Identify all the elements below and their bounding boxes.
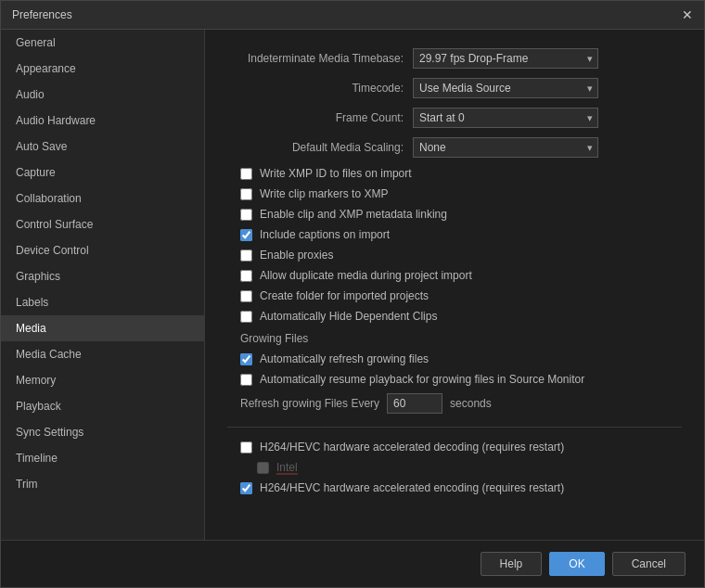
sidebar-item-appearance[interactable]: Appearance (1, 56, 204, 82)
dependent-row: Automatically Hide Dependent Clips (227, 310, 682, 323)
captions-row: Include captions on import (227, 228, 682, 241)
h264-encode-checkbox[interactable] (240, 482, 252, 494)
refresh-row: Refresh growing Files Every seconds (240, 393, 682, 414)
intel-label: Intel (276, 461, 298, 474)
sidebar-item-sync-settings[interactable]: Sync Settings (1, 419, 204, 445)
sidebar: GeneralAppearanceAudioAudio HardwareAuto… (1, 30, 205, 540)
metadata-checkbox[interactable] (240, 209, 252, 221)
intel-label-wrapper: Intel (276, 461, 298, 474)
timecode-select-wrapper: Use Media Source (413, 78, 598, 98)
markers-checkbox[interactable] (240, 188, 252, 200)
duplicate-row: Allow duplicate media during project imp… (227, 269, 682, 282)
duplicate-label: Allow duplicate media during project imp… (260, 269, 472, 282)
auto-resume-checkbox[interactable] (240, 374, 252, 386)
cancel-button[interactable]: Cancel (612, 552, 686, 576)
footer: Help OK Cancel (1, 540, 704, 587)
sidebar-item-audio[interactable]: Audio (1, 82, 204, 108)
frame-count-select-wrapper: Start at 0 (413, 108, 598, 128)
folder-checkbox[interactable] (240, 290, 252, 302)
auto-resume-row: Automatically resume playback for growin… (240, 373, 682, 386)
sidebar-item-graphics[interactable]: Graphics (1, 263, 204, 289)
metadata-row: Enable clip and XMP metadata linking (227, 208, 682, 221)
help-button[interactable]: Help (481, 552, 543, 576)
refresh-label: Refresh growing Files Every (240, 397, 379, 410)
intel-checkbox (257, 462, 269, 474)
ok-button[interactable]: OK (549, 552, 604, 576)
sidebar-item-labels[interactable]: Labels (1, 289, 204, 315)
auto-resume-label: Automatically resume playback for growin… (260, 373, 584, 386)
sidebar-item-media-cache[interactable]: Media Cache (1, 341, 204, 367)
seconds-label: seconds (450, 397, 492, 410)
frame-count-row: Frame Count: Start at 0 (227, 108, 682, 128)
sidebar-item-auto-save[interactable]: Auto Save (1, 134, 204, 160)
frame-count-select[interactable]: Start at 0 (413, 108, 598, 128)
xmp-label: Write XMP ID to files on import (260, 167, 412, 180)
timecode-row: Timecode: Use Media Source (227, 78, 682, 98)
intel-row: Intel (227, 461, 682, 474)
h264-encode-label: H264/HEVC hardware accelerated encoding … (260, 481, 564, 494)
h264-decode-label: H264/HEVC hardware accelerated decoding … (260, 441, 564, 454)
refresh-input[interactable] (387, 393, 442, 414)
metadata-label: Enable clip and XMP metadata linking (260, 208, 447, 221)
scaling-label: Default Media Scaling: (227, 141, 413, 154)
auto-refresh-checkbox[interactable] (240, 353, 252, 365)
growing-files-section: Growing Files Automatically refresh grow… (240, 332, 682, 414)
sidebar-item-general[interactable]: General (1, 30, 204, 56)
dependent-label: Automatically Hide Dependent Clips (260, 310, 437, 323)
preferences-dialog: Preferences ✕ GeneralAppearanceAudioAudi… (0, 0, 705, 588)
proxies-checkbox[interactable] (240, 249, 252, 262)
h264-decode-checkbox[interactable] (240, 441, 252, 454)
auto-refresh-label: Automatically refresh growing files (260, 352, 429, 365)
main-panel: Indeterminate Media Timebase: 29.97 fps … (205, 30, 704, 540)
auto-refresh-row: Automatically refresh growing files (240, 352, 682, 365)
sidebar-item-media[interactable]: Media (1, 315, 204, 341)
dialog-title: Preferences (12, 8, 72, 21)
growing-files-label: Growing Files (240, 332, 682, 345)
indeterminate-select[interactable]: 29.97 fps Drop-Frame (413, 48, 598, 69)
proxies-label: Enable proxies (260, 249, 333, 262)
timecode-select[interactable]: Use Media Source (413, 78, 598, 98)
markers-row: Write clip markers to XMP (227, 187, 682, 200)
h264-encode-row: H264/HEVC hardware accelerated encoding … (227, 481, 682, 494)
sidebar-item-capture[interactable]: Capture (1, 160, 204, 185)
title-bar: Preferences ✕ (1, 1, 704, 30)
markers-label: Write clip markers to XMP (260, 187, 388, 200)
dialog-content: GeneralAppearanceAudioAudio HardwareAuto… (1, 30, 704, 540)
sidebar-item-device-control[interactable]: Device Control (1, 237, 204, 263)
sidebar-item-trim[interactable]: Trim (1, 471, 204, 497)
timecode-label: Timecode: (227, 82, 413, 95)
folder-label: Create folder for imported projects (260, 289, 429, 302)
duplicate-checkbox[interactable] (240, 270, 252, 282)
divider (227, 427, 682, 428)
scaling-select[interactable]: None (413, 137, 598, 158)
sidebar-item-control-surface[interactable]: Control Surface (1, 211, 204, 237)
indeterminate-label: Indeterminate Media Timebase: (227, 52, 413, 65)
sidebar-item-playback[interactable]: Playback (1, 393, 204, 419)
indeterminate-select-wrapper: 29.97 fps Drop-Frame (413, 48, 598, 69)
xmp-checkbox[interactable] (240, 168, 252, 180)
sidebar-item-timeline[interactable]: Timeline (1, 445, 204, 471)
sidebar-item-audio-hardware[interactable]: Audio Hardware (1, 108, 204, 134)
captions-label: Include captions on import (260, 228, 390, 241)
sidebar-item-memory[interactable]: Memory (1, 367, 204, 393)
h264-decode-row: H264/HEVC hardware accelerated decoding … (227, 441, 682, 454)
scaling-select-wrapper: None (413, 137, 598, 158)
proxies-row: Enable proxies (227, 249, 682, 262)
indeterminate-row: Indeterminate Media Timebase: 29.97 fps … (227, 48, 682, 69)
checkboxes-container: Write XMP ID to files on importWrite cli… (227, 167, 682, 323)
xmp-row: Write XMP ID to files on import (227, 167, 682, 180)
captions-checkbox[interactable] (240, 229, 252, 241)
folder-row: Create folder for imported projects (227, 289, 682, 302)
frame-count-label: Frame Count: (227, 111, 413, 124)
dependent-checkbox[interactable] (240, 311, 252, 323)
sidebar-item-collaboration[interactable]: Collaboration (1, 185, 204, 211)
close-button[interactable]: ✕ (682, 8, 693, 21)
scaling-row: Default Media Scaling: None (227, 137, 682, 158)
